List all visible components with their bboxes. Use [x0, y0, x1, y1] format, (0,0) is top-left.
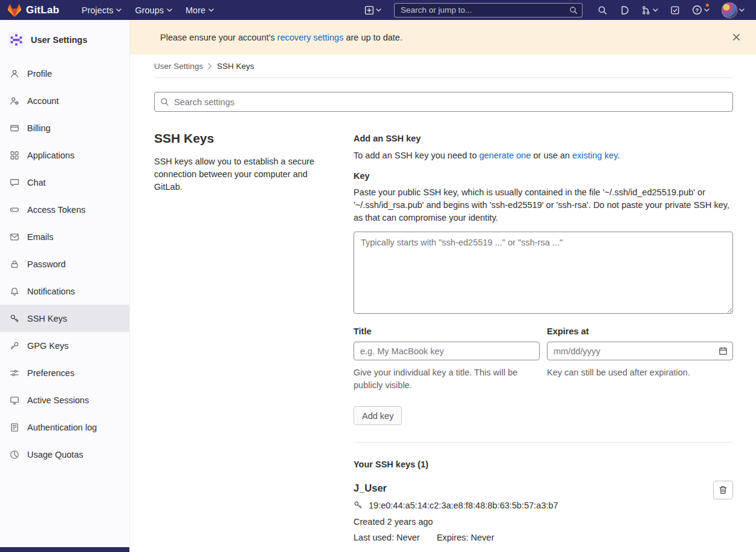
- sidebar-item-gpg-keys[interactable]: GPG Keys: [0, 332, 129, 359]
- key-icon: [10, 314, 19, 323]
- access-tokens-icon: [10, 205, 19, 215]
- password-icon: [10, 259, 19, 269]
- key-icon: [354, 501, 363, 510]
- settings-sidebar: User Settings Profile Account Billing: [0, 20, 130, 552]
- usage-quotas-icon: [10, 450, 19, 459]
- chevron-down-icon: [208, 8, 214, 12]
- sidebar-item-notifications[interactable]: Notifications: [0, 278, 129, 305]
- sidebar-nav: Profile Account Billing Applications: [0, 60, 129, 468]
- nav-search-button[interactable]: [592, 0, 613, 20]
- add-key-intro: To add an SSH key you need to generate o…: [354, 151, 733, 160]
- account-icon: [10, 96, 19, 106]
- ssh-key-textarea[interactable]: [354, 232, 733, 314]
- profile-icon: [10, 69, 19, 79]
- sidebar-title: User Settings: [31, 35, 87, 45]
- todos-icon: [670, 5, 680, 15]
- sidebar-item-billing[interactable]: Billing: [0, 114, 129, 141]
- chevron-down-icon: [704, 8, 709, 12]
- sidebar-item-preferences[interactable]: Preferences: [0, 359, 129, 386]
- gitlab-tanuki-icon: [7, 4, 22, 17]
- sidebar-item-account[interactable]: Account: [0, 87, 129, 114]
- user-identicon: [8, 32, 24, 48]
- expires-field-group: Expires at Key can still be used after e…: [547, 326, 733, 392]
- alert-message: Please ensure your account's recovery se…: [160, 33, 402, 42]
- title-field-group: Title Give your individual key a title. …: [354, 326, 540, 392]
- global-search-input[interactable]: [394, 3, 583, 18]
- chevron-down-icon: [739, 8, 745, 12]
- nav-projects-menu[interactable]: Projects: [75, 0, 128, 20]
- gitlab-home-link[interactable]: GitLab: [7, 4, 59, 17]
- key-title-input[interactable]: [354, 342, 540, 360]
- notification-dot: [706, 4, 709, 7]
- nav-merge-requests-menu[interactable]: [636, 0, 664, 20]
- search-icon: [569, 6, 578, 15]
- generate-key-link[interactable]: generate one: [479, 151, 531, 160]
- global-search: [394, 3, 583, 18]
- page-title: SSH Keys: [154, 131, 329, 146]
- chevron-right-icon: [208, 63, 212, 70]
- nav-issues-button[interactable]: [614, 0, 635, 20]
- add-key-button[interactable]: Add key: [354, 406, 402, 425]
- help-icon: ?: [692, 5, 702, 15]
- breadcrumb: User Settings SSH Keys: [154, 54, 733, 78]
- nav-new-menu[interactable]: [359, 0, 387, 20]
- your-keys-heading: Your SSH keys (1): [354, 459, 733, 469]
- title-expires-row: Title Give your individual key a title. …: [354, 326, 733, 392]
- sidebar-item-active-sessions[interactable]: Active Sessions: [0, 386, 129, 414]
- nav-groups-menu[interactable]: Groups: [128, 0, 179, 20]
- key-help-text: Paste your public SSH key, which is usua…: [354, 186, 733, 224]
- emails-icon: [10, 232, 19, 242]
- key-created: Created 2 years ago: [354, 517, 697, 527]
- key-meta-row: Last used: Never Expires: Never: [354, 533, 697, 542]
- gpg-key-icon: [10, 341, 19, 351]
- title-help-text: Give your individual key a title. This w…: [354, 366, 540, 392]
- billing-icon: [10, 123, 19, 133]
- sidebar-item-ssh-keys[interactable]: SSH Keys: [0, 305, 129, 332]
- notifications-icon: [10, 287, 19, 296]
- sidebar-item-chat[interactable]: Chat: [0, 169, 129, 196]
- sidebar-item-profile[interactable]: Profile: [0, 60, 129, 87]
- expires-label: Expires at: [547, 326, 733, 336]
- search-icon: [598, 5, 607, 15]
- trash-icon: [719, 485, 728, 495]
- recovery-settings-link[interactable]: recovery settings: [277, 33, 344, 42]
- nav-todos-button[interactable]: [665, 0, 685, 20]
- chevron-down-icon: [116, 8, 121, 12]
- user-avatar-menu[interactable]: [716, 0, 750, 20]
- settings-search-input[interactable]: [154, 92, 733, 112]
- active-sessions-icon: [10, 395, 19, 405]
- nav-more-menu[interactable]: More: [179, 0, 221, 20]
- chevron-down-icon: [653, 8, 658, 12]
- sidebar-item-authentication-log[interactable]: Authentication log: [0, 414, 129, 441]
- key-label: Key: [354, 171, 733, 181]
- breadcrumb-user-settings[interactable]: User Settings: [154, 62, 203, 71]
- chevron-down-icon: [376, 8, 381, 12]
- sidebar-item-emails[interactable]: Emails: [0, 223, 129, 250]
- chat-icon: [10, 178, 19, 187]
- key-title: J_User: [354, 482, 697, 494]
- chevron-down-icon: [167, 8, 172, 12]
- expires-at-input[interactable]: [547, 342, 733, 360]
- preferences-icon: [10, 368, 19, 378]
- delete-key-button[interactable]: [713, 481, 733, 499]
- ssh-key-list-item: J_User 19:e0:44:a5:14:c2:3a:e8:f8:48:8b:…: [354, 482, 733, 542]
- key-expires: Expires: Never: [437, 533, 494, 542]
- plus-square-icon: [364, 5, 374, 15]
- nav-help-menu[interactable]: ?: [687, 0, 715, 20]
- sidebar-item-usage-quotas[interactable]: Usage Quotas: [0, 441, 129, 468]
- authentication-log-icon: [10, 423, 19, 432]
- merge-request-icon: [641, 5, 651, 15]
- sidebar-item-password[interactable]: Password: [0, 250, 129, 278]
- sidebar-item-applications[interactable]: Applications: [0, 141, 129, 169]
- expires-help-text: Key can still be used after expiration.: [547, 366, 733, 379]
- breadcrumb-current: SSH Keys: [217, 62, 254, 71]
- sidebar-item-access-tokens[interactable]: Access Tokens: [0, 196, 129, 223]
- alert-close-button[interactable]: [730, 31, 743, 44]
- key-fingerprint: 19:e0:44:a5:14:c2:3a:e8:f8:48:8b:63:5b:5…: [369, 501, 558, 510]
- settings-search: [154, 92, 733, 112]
- key-last-used: Last used: Never: [354, 533, 420, 542]
- add-key-heading: Add an SSH key: [354, 134, 733, 143]
- recovery-settings-alert: Please ensure your account's recovery se…: [130, 20, 756, 54]
- svg-text:?: ?: [696, 7, 699, 13]
- existing-key-link[interactable]: existing key: [572, 151, 618, 160]
